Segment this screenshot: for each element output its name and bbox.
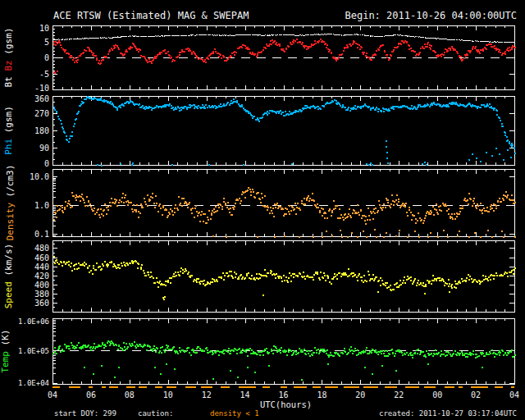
xtick-label: 04 bbox=[48, 390, 57, 399]
xtick-label: 16 bbox=[278, 390, 288, 399]
ylabel-density: Density (/cm3) bbox=[5, 165, 16, 241]
panel-temp: 1.0E+061.0E+051.0E+04Temp (K) bbox=[0, 317, 516, 387]
caution-density-flag: density < 1 bbox=[210, 409, 259, 418]
series-speed-points bbox=[53, 256, 516, 300]
created-timestamp: created: 2011-10-27 03:17:04UTC bbox=[379, 409, 517, 418]
series-bz-points bbox=[53, 39, 516, 74]
ytick-phi: 180 bbox=[34, 126, 49, 135]
ytick-speed: 400 bbox=[34, 281, 49, 290]
ylabel-temp: Temp (K) bbox=[0, 330, 11, 373]
series-density-points bbox=[53, 187, 516, 238]
xtick-label: 02 bbox=[471, 390, 481, 399]
ace-rtsw-screenshot: ACE RTSW (Estimated) MAG & SWEPAM Begin:… bbox=[0, 0, 525, 420]
plot-canvas: 1050-5-10Bt Bz (gsm)360270180900Phi (gsm… bbox=[0, 0, 525, 420]
ytick-speed: 480 bbox=[34, 244, 49, 253]
ytick-speed: 440 bbox=[34, 262, 49, 272]
xtick-label: 14 bbox=[240, 390, 250, 399]
caution-strip bbox=[52, 386, 514, 388]
ytick-phi: 360 bbox=[34, 94, 49, 103]
xtick-label: 00 bbox=[432, 390, 442, 399]
xtick-label: 20 bbox=[355, 390, 365, 399]
ytick-density: 10.0 bbox=[30, 172, 49, 181]
series-temp-points bbox=[52, 340, 516, 381]
ytick-speed: 460 bbox=[34, 253, 49, 262]
x-axis-labels: 04060810121416182022000204UTC(hours) bbox=[48, 390, 519, 409]
ytick-temp: 1.0E+06 bbox=[18, 317, 49, 326]
xtick-label: 08 bbox=[125, 390, 135, 399]
xtick-label: 04 bbox=[509, 390, 519, 399]
ytick-phi: 0 bbox=[44, 159, 49, 168]
ytick-phi: 90 bbox=[39, 144, 49, 153]
panel-speed: 480460440420400380360Speed (km/s) bbox=[3, 240, 516, 312]
ytick-speed: 380 bbox=[34, 290, 49, 299]
ytick-speed: 420 bbox=[34, 272, 49, 281]
ytick-phi: 270 bbox=[34, 109, 49, 118]
ylabel-phi: Phi (gsm) bbox=[3, 106, 14, 155]
ytick-temp: 1.0E+04 bbox=[18, 379, 49, 387]
xtick-label: 10 bbox=[163, 390, 173, 399]
ytick-bt-bz: 5 bbox=[44, 38, 49, 47]
ytick-bt-bz: -5 bbox=[39, 70, 49, 79]
ytick-temp: 1.0E+05 bbox=[18, 347, 49, 355]
xtick-label: 12 bbox=[202, 390, 212, 399]
ylabel-speed: Speed (km/s) bbox=[3, 244, 14, 309]
series-bt-points bbox=[52, 34, 515, 43]
panel-phi: 360270180900Phi (gsm) bbox=[3, 94, 516, 168]
xtick-label: 06 bbox=[86, 390, 96, 399]
ytick-bt-bz: 0 bbox=[44, 53, 49, 62]
xtick-label: 18 bbox=[317, 390, 326, 399]
ylabel-bt-bz: Bt Bz (gsm) bbox=[3, 28, 14, 88]
caution-label: caution: bbox=[138, 409, 173, 418]
series-phi-points bbox=[53, 96, 516, 167]
ytick-speed: 360 bbox=[34, 299, 49, 308]
ytick-density: 0.1 bbox=[34, 230, 49, 239]
start-doy-label: start DOY: 299 bbox=[54, 409, 116, 418]
panel-density: 10.01.00.1Density (/cm3) bbox=[5, 165, 516, 241]
ytick-bt-bz: 10 bbox=[39, 24, 49, 33]
panel-bt-bz: 1050-5-10Bt Bz (gsm) bbox=[3, 24, 516, 93]
ytick-density: 1.0 bbox=[34, 201, 49, 210]
xtick-label: 22 bbox=[394, 390, 404, 399]
x-axis-title: UTC(hours) bbox=[260, 399, 312, 409]
ytick-bt-bz: -10 bbox=[34, 84, 49, 93]
